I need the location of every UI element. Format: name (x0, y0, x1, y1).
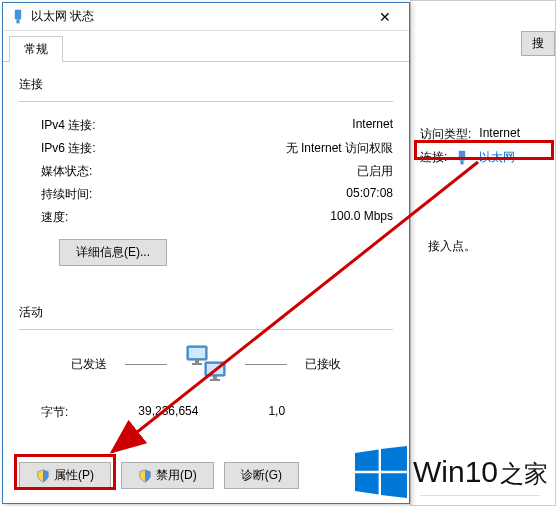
svg-rect-1 (461, 160, 464, 164)
svg-rect-9 (207, 364, 223, 374)
watermark-brand-a: Win (413, 455, 465, 489)
svg-rect-11 (210, 379, 220, 381)
diagnose-button-label: 诊断(G) (241, 467, 282, 484)
activity-section-title: 活动 (19, 304, 393, 321)
ipv6-value: 无 Internet 访问权限 (286, 140, 393, 157)
background-info-panel: 访问类型: Internet 连接: 以太网 (420, 126, 520, 172)
connection-section-title: 连接 (19, 76, 393, 93)
tab-general[interactable]: 常规 (9, 36, 63, 62)
received-line (245, 364, 287, 365)
network-adapter-icon (455, 150, 469, 166)
ethernet-link[interactable]: 以太网 (455, 149, 515, 166)
watermark-brand-b: 10 (465, 455, 498, 489)
action-buttons: 属性(P) 禁用(D) 诊断(G) (19, 462, 299, 489)
tab-strip: 常规 (3, 31, 409, 62)
shield-icon (138, 469, 152, 483)
sent-line (125, 364, 167, 365)
svg-rect-5 (189, 348, 205, 358)
dialog-body: 连接 IPv4 连接:Internet IPv6 连接:无 Internet 访… (3, 62, 409, 441)
ethernet-link-text: 以太网 (479, 149, 515, 166)
bytes-label: 字节: (41, 404, 68, 421)
access-type-label: 访问类型: (420, 126, 471, 143)
close-icon: ✕ (379, 9, 391, 25)
media-state-value: 已启用 (357, 163, 393, 180)
dialog-title: 以太网 状态 (31, 8, 365, 25)
bytes-received-value: 1,0 (268, 404, 285, 421)
section-divider (19, 329, 393, 330)
shield-icon (36, 469, 50, 483)
dialog-titlebar: 以太网 状态 ✕ (3, 3, 409, 31)
ethernet-status-dialog: 以太网 状态 ✕ 常规 连接 IPv4 连接:Internet IPv6 连接:… (2, 2, 410, 504)
svg-rect-2 (15, 9, 21, 19)
connections-label: 连接: (420, 149, 447, 166)
access-point-text: 接入点。 (428, 238, 476, 255)
properties-button[interactable]: 属性(P) (19, 462, 111, 489)
watermark-brand-c: 之家 (500, 458, 548, 490)
ipv6-label: IPv6 连接: (41, 140, 96, 157)
close-button[interactable]: ✕ (365, 5, 405, 29)
svg-rect-7 (192, 363, 202, 365)
watermark: Win 10 之家 (355, 446, 548, 498)
speed-value: 100.0 Mbps (330, 209, 393, 226)
bytes-sent-value: 39,236,654 (138, 404, 198, 421)
svg-rect-0 (459, 150, 465, 160)
received-label: 已接收 (305, 356, 341, 373)
duration-value: 05:07:08 (346, 186, 393, 203)
disable-button[interactable]: 禁用(D) (121, 462, 214, 489)
sent-label: 已发送 (71, 356, 107, 373)
windows-logo-icon (355, 446, 407, 498)
details-button[interactable]: 详细信息(E)... (59, 239, 167, 266)
disable-button-label: 禁用(D) (156, 467, 197, 484)
access-type-value: Internet (479, 126, 520, 143)
media-state-label: 媒体状态: (41, 163, 92, 180)
diagnose-button[interactable]: 诊断(G) (224, 462, 299, 489)
svg-rect-6 (195, 360, 199, 363)
duration-label: 持续时间: (41, 186, 92, 203)
computers-icon (185, 344, 227, 384)
search-button[interactable]: 搜 (521, 31, 555, 56)
properties-button-label: 属性(P) (54, 467, 94, 484)
section-divider (19, 101, 393, 102)
ipv4-label: IPv4 连接: (41, 117, 96, 134)
svg-rect-3 (16, 19, 19, 23)
svg-rect-10 (213, 376, 217, 379)
activity-visualization: 已发送 已接收 (19, 344, 393, 384)
speed-label: 速度: (41, 209, 68, 226)
ipv4-value: Internet (352, 117, 393, 134)
network-adapter-icon (11, 9, 25, 25)
